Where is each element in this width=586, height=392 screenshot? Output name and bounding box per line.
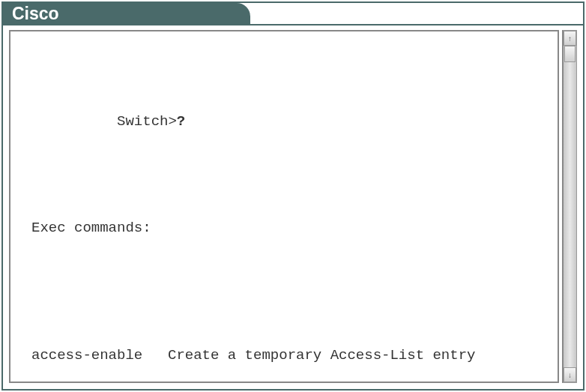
prompt-line: Switch>? <box>31 89 552 154</box>
command-row: access-enable Create a temporary Access-… <box>31 345 552 367</box>
section-header: Exec commands: <box>31 217 552 239</box>
command-name: access-enable <box>31 345 168 367</box>
scroll-up-button[interactable]: ↑ <box>564 31 576 46</box>
scroll-thumb[interactable] <box>564 46 576 62</box>
command-desc: Create a temporary Access-List entry <box>168 345 552 367</box>
user-input: ? <box>177 113 185 130</box>
scroll-down-button[interactable]: ↓ <box>564 367 576 382</box>
prompt: Switch> <box>117 113 177 130</box>
terminal-output[interactable]: Switch>? Exec commands: access-enable Cr… <box>9 30 559 383</box>
arrow-up-icon: ↑ <box>568 34 572 43</box>
window-title: Cisco <box>12 4 59 24</box>
titlebar: Cisco <box>3 3 583 25</box>
scroll-track[interactable] <box>564 46 576 367</box>
arrow-down-icon: ↓ <box>568 371 572 379</box>
cisco-terminal-window: Cisco Switch>? Exec commands: access-ena… <box>1 1 585 391</box>
content-area: Switch>? Exec commands: access-enable Cr… <box>6 27 580 386</box>
command-list: access-enable Create a temporary Access-… <box>31 302 552 383</box>
vertical-scrollbar[interactable]: ↑ ↓ <box>562 30 577 383</box>
